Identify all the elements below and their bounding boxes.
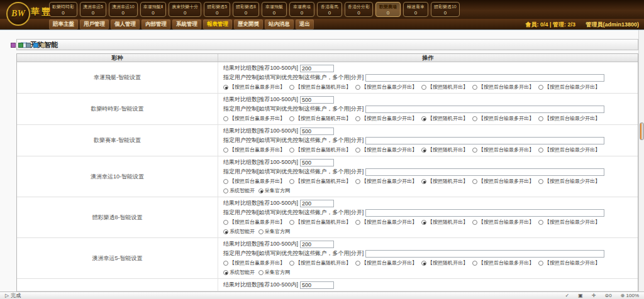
- user-control-input[interactable]: [365, 74, 604, 82]
- source-mode-option[interactable]: 采集官方网: [258, 228, 290, 235]
- radio-icon[interactable]: [538, 220, 543, 225]
- radio-icon[interactable]: [538, 261, 543, 266]
- draw-mode-option[interactable]: 【按照后台输最多开出】: [472, 146, 534, 153]
- draw-mode-option[interactable]: 【按照后台输最多开出】: [472, 84, 534, 90]
- draw-mode-option[interactable]: 【按照后台赢最少开出】: [355, 219, 417, 226]
- draw-mode-option[interactable]: 【按照后台赢最多开出】: [223, 146, 285, 153]
- user-control-input[interactable]: [365, 106, 604, 113]
- radio-icon[interactable]: [223, 220, 228, 225]
- radio-icon[interactable]: [472, 261, 477, 266]
- compare-count-input[interactable]: [300, 159, 334, 166]
- lottery-stat-box[interactable]: 體彩樂透50: [204, 2, 230, 17]
- draw-mode-option[interactable]: 【按照后台输最少开出】: [538, 259, 600, 266]
- source-mode-option[interactable]: 系统智能开: [223, 228, 255, 235]
- draw-mode-option[interactable]: 【按照后台赢最少开出】: [355, 178, 417, 185]
- draw-mode-option[interactable]: 【按照后台输最少开出】: [538, 84, 600, 90]
- lottery-stat-box[interactable]: 澳洲幸运50: [80, 2, 106, 17]
- radio-icon[interactable]: [538, 179, 543, 184]
- color-swatch[interactable]: [11, 43, 16, 48]
- draw-mode-option[interactable]: 【按照后台赢随机开出】: [289, 259, 351, 266]
- lottery-stat-box[interactable]: 歡樂農場0: [375, 2, 401, 17]
- compare-count-input[interactable]: [300, 241, 334, 248]
- user-control-input[interactable]: [365, 250, 604, 258]
- radio-icon[interactable]: [472, 85, 477, 90]
- draw-mode-option[interactable]: 【按照后台输最多开出】: [472, 259, 534, 266]
- radio-icon[interactable]: [223, 261, 228, 266]
- radio-icon[interactable]: [289, 220, 294, 225]
- radio-icon[interactable]: [538, 85, 543, 90]
- radio-icon[interactable]: [223, 229, 228, 234]
- color-swatch[interactable]: [26, 43, 31, 48]
- source-mode-option[interactable]: 系统智能开: [223, 187, 255, 194]
- radio-icon[interactable]: [421, 148, 426, 153]
- compare-count-input[interactable]: [300, 65, 334, 72]
- radio-icon[interactable]: [472, 148, 477, 153]
- nav-item[interactable]: 用戶管理: [80, 19, 109, 30]
- radio-icon[interactable]: [472, 179, 477, 184]
- draw-mode-option[interactable]: 【按照随机开出】: [421, 178, 468, 185]
- draw-mode-option[interactable]: 【按照后台输最多开出】: [472, 178, 534, 185]
- radio-icon[interactable]: [421, 85, 426, 90]
- draw-mode-option[interactable]: 【按照随机开出】: [421, 84, 468, 90]
- nav-item[interactable]: 歷史開獎: [234, 19, 263, 30]
- radio-icon[interactable]: [289, 179, 294, 184]
- lottery-stat-box[interactable]: 極速賽車0: [403, 2, 428, 17]
- lottery-stat-box[interactable]: 香港分分彩0: [345, 2, 373, 17]
- draw-mode-option[interactable]: 【按照后台输最少开出】: [538, 219, 600, 226]
- draw-mode-option[interactable]: 【按照后台输最少开出】: [538, 115, 600, 122]
- nav-item[interactable]: 賠率主盤: [49, 19, 78, 30]
- radio-icon[interactable]: [258, 188, 264, 193]
- compare-count-input[interactable]: [300, 281, 334, 289]
- scrollbar-thumb[interactable]: [640, 122, 644, 140]
- draw-mode-option[interactable]: 【按照随机开出】: [421, 219, 468, 226]
- lottery-stat-box[interactable]: 幸運飛艇Ⅱ0: [140, 2, 166, 17]
- vertical-scrollbar[interactable]: [638, 30, 644, 291]
- draw-mode-option[interactable]: 【按照后台赢最多开出】: [223, 259, 285, 266]
- draw-mode-option[interactable]: 【按照后台赢最多开出】: [223, 219, 285, 226]
- color-swatch[interactable]: [41, 43, 46, 48]
- radio-icon[interactable]: [421, 261, 426, 266]
- radio-icon[interactable]: [289, 85, 294, 90]
- compare-count-input[interactable]: [300, 96, 334, 104]
- nav-item[interactable]: 報表管理: [203, 19, 232, 30]
- draw-mode-option[interactable]: 【按照后台输最少开出】: [538, 178, 600, 185]
- radio-icon[interactable]: [289, 261, 294, 266]
- draw-mode-option[interactable]: 【按照后台赢最多开出】: [223, 178, 285, 185]
- radio-icon[interactable]: [538, 116, 543, 121]
- draw-mode-option[interactable]: 【按照后台输最少开出】: [538, 146, 600, 153]
- nav-item[interactable]: 站內消息: [265, 19, 294, 30]
- lottery-stat-box[interactable]: 香港賽馬0: [317, 2, 342, 17]
- radio-icon[interactable]: [223, 116, 228, 121]
- nav-item[interactable]: 退出: [296, 19, 314, 30]
- user-control-input[interactable]: [365, 137, 604, 144]
- source-mode-option[interactable]: 采集官方网: [258, 269, 290, 276]
- draw-mode-option[interactable]: 【按照后台赢最多开出】: [223, 115, 285, 122]
- radio-icon[interactable]: [421, 220, 426, 225]
- draw-mode-option[interactable]: 【按照后台赢随机开出】: [289, 146, 351, 153]
- radio-icon[interactable]: [421, 179, 426, 184]
- draw-mode-option[interactable]: 【按照后台赢随机开出】: [289, 219, 351, 226]
- radio-icon[interactable]: [355, 85, 360, 90]
- lottery-stat-box[interactable]: 廣東快樂十分0: [169, 2, 201, 17]
- draw-mode-option[interactable]: 【按照随机开出】: [421, 115, 468, 122]
- draw-mode-option[interactable]: 【按照后台输最多开出】: [472, 219, 534, 226]
- draw-mode-option[interactable]: 【按照后台输最多开出】: [472, 115, 534, 122]
- draw-mode-option[interactable]: 【按照后台赢随机开出】: [289, 115, 351, 122]
- radio-icon[interactable]: [355, 220, 360, 225]
- radio-icon[interactable]: [472, 116, 477, 121]
- nav-item[interactable]: 內部管理: [142, 19, 170, 30]
- source-mode-option[interactable]: 系统智能开: [223, 269, 255, 276]
- draw-mode-option[interactable]: 【按照后台赢随机开出】: [289, 84, 351, 90]
- radio-icon[interactable]: [355, 116, 360, 121]
- radio-icon[interactable]: [538, 148, 543, 153]
- user-control-input[interactable]: [365, 168, 604, 176]
- draw-mode-option[interactable]: 【按照后台赢随机开出】: [289, 178, 351, 185]
- lottery-stat-box[interactable]: 體彩樂透100: [431, 2, 460, 17]
- radio-icon[interactable]: [289, 116, 294, 121]
- draw-mode-option[interactable]: 【按照后台赢最多开出】: [223, 84, 285, 90]
- radio-icon[interactable]: [289, 148, 294, 153]
- radio-icon[interactable]: [223, 85, 228, 90]
- color-swatch[interactable]: [18, 43, 23, 48]
- radio-icon[interactable]: [472, 220, 477, 225]
- draw-mode-option[interactable]: 【按照后台赢最少开出】: [355, 259, 417, 266]
